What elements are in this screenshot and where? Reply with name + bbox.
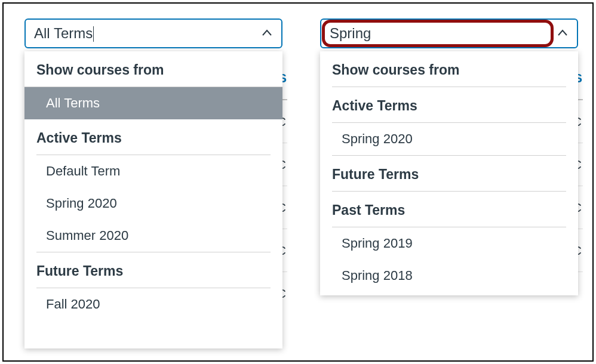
- dropdown-group-header: Show courses from: [24, 51, 282, 87]
- left-panel: S OC OC OC OC BOC All Terms: [4, 4, 299, 360]
- chevron-up-icon[interactable]: [557, 27, 569, 39]
- term-filter-dropdown: Show courses from Active Terms Spring 20…: [320, 51, 578, 295]
- term-filter-combobox[interactable]: Spring: [320, 18, 578, 48]
- dropdown-option[interactable]: Fall 2020: [24, 288, 282, 320]
- term-filter-input-text: All Terms: [34, 25, 261, 42]
- term-filter-input-text: Spring: [330, 25, 557, 42]
- dropdown-group-header: Show courses from: [320, 51, 578, 87]
- dropdown-group-header-future: Future Terms: [320, 156, 578, 191]
- text-cursor: [93, 26, 94, 42]
- dropdown-option-all-terms[interactable]: All Terms: [24, 87, 282, 119]
- term-filter-dropdown: Show courses from All Terms Active Terms…: [24, 51, 282, 348]
- dropdown-group-header-future: Future Terms: [24, 252, 282, 288]
- dropdown-option[interactable]: Spring 2019: [320, 227, 578, 260]
- dropdown-option[interactable]: Spring 2020: [320, 123, 578, 155]
- dropdown-option[interactable]: Spring 2020: [24, 187, 282, 220]
- right-panel: S OC OC OC OC Spring Show courses: [299, 4, 594, 360]
- chevron-up-icon[interactable]: [261, 27, 273, 39]
- term-filter-combobox[interactable]: All Terms: [24, 18, 282, 48]
- dropdown-option[interactable]: Summer 2020: [24, 220, 282, 252]
- app-frame: S OC OC OC OC BOC All Terms: [2, 2, 594, 362]
- dropdown-option[interactable]: Spring 2018: [320, 260, 578, 295]
- dropdown-group-header-active: Active Terms: [320, 87, 578, 122]
- dropdown-option[interactable]: Default Term: [24, 155, 282, 187]
- dropdown-group-header-past: Past Terms: [320, 192, 578, 227]
- dropdown-group-header-active: Active Terms: [24, 119, 282, 155]
